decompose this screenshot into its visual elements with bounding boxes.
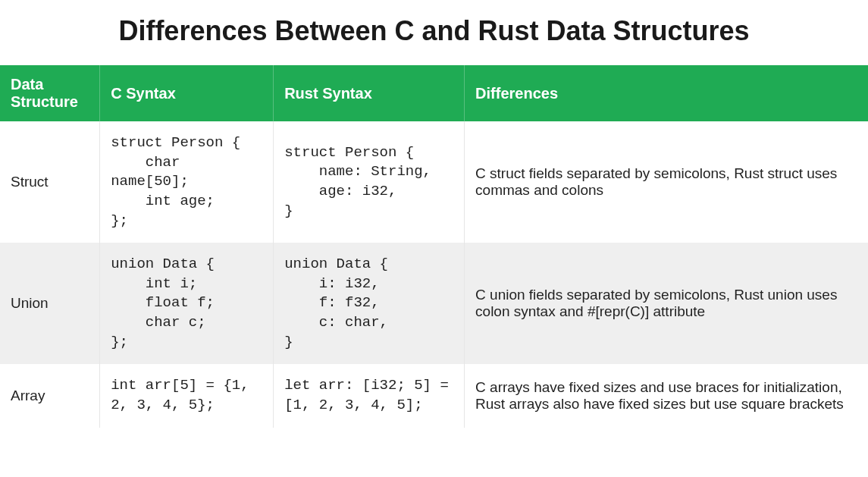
c-syntax-cell: union Data { int i; float f; char c; }; — [100, 243, 274, 364]
c-code: union Data { int i; float f; char c; }; — [111, 255, 262, 352]
header-c-syntax: C Syntax — [100, 65, 274, 121]
c-code: int arr[5] = {1, 2, 3, 4, 5}; — [111, 376, 262, 415]
header-rust-syntax: Rust Syntax — [274, 65, 465, 121]
data-structure-name: Array — [0, 364, 100, 427]
comparison-table: Data Structure C Syntax Rust Syntax Diff… — [0, 65, 868, 428]
rust-syntax-cell: struct Person { name: String, age: i32, … — [274, 121, 465, 243]
table-row: Union union Data { int i; float f; char … — [0, 243, 868, 364]
rust-code: struct Person { name: String, age: i32, … — [284, 143, 453, 221]
differences-cell: C struct fields separated by semicolons,… — [465, 121, 868, 243]
table-header-row: Data Structure C Syntax Rust Syntax Diff… — [0, 65, 868, 121]
c-code: struct Person { char name[50]; int age; … — [111, 133, 262, 231]
differences-cell: C arrays have fixed sizes and use braces… — [465, 364, 868, 427]
table-row: Struct struct Person { char name[50]; in… — [0, 121, 868, 243]
data-structure-name: Struct — [0, 121, 100, 243]
data-structure-name: Union — [0, 243, 100, 364]
table-row: Array int arr[5] = {1, 2, 3, 4, 5}; let … — [0, 364, 868, 427]
rust-syntax-cell: union Data { i: i32, f: f32, c: char, } — [274, 243, 465, 364]
header-data-structure: Data Structure — [0, 65, 100, 121]
c-syntax-cell: struct Person { char name[50]; int age; … — [100, 121, 274, 243]
page-title: Differences Between C and Rust Data Stru… — [0, 15, 868, 47]
differences-cell: C union fields separated by semicolons, … — [465, 243, 868, 364]
header-differences: Differences — [465, 65, 868, 121]
rust-code: union Data { i: i32, f: f32, c: char, } — [284, 255, 453, 352]
c-syntax-cell: int arr[5] = {1, 2, 3, 4, 5}; — [100, 364, 274, 427]
rust-syntax-cell: let arr: [i32; 5] = [1, 2, 3, 4, 5]; — [274, 364, 465, 427]
rust-code: let arr: [i32; 5] = [1, 2, 3, 4, 5]; — [284, 376, 453, 415]
